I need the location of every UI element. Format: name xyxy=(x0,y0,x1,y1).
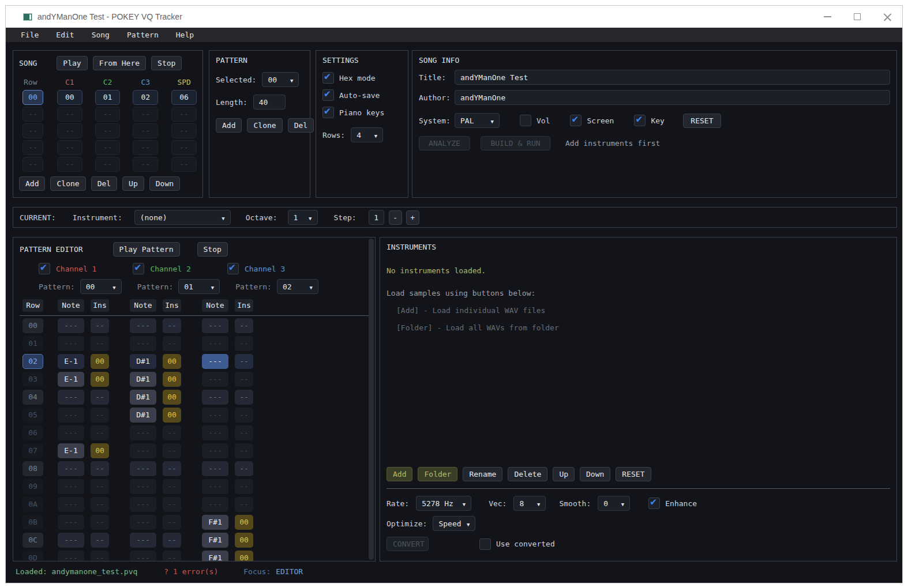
pattern-note-cell[interactable]: E-1 xyxy=(58,443,84,458)
channel3-checkbox[interactable] xyxy=(227,263,239,274)
song-order-cell[interactable]: 02 xyxy=(133,90,158,105)
pattern-ins-cell[interactable]: -- xyxy=(235,318,253,333)
use-converted-checkbox[interactable] xyxy=(479,538,491,550)
song-row-number[interactable]: -- xyxy=(22,123,43,138)
pattern-ins-cell[interactable]: -- xyxy=(235,408,253,423)
pattern-ins-cell[interactable]: 00 xyxy=(163,408,181,423)
optimize-dropdown[interactable]: Speed xyxy=(433,516,475,531)
song-order-cell[interactable]: -- xyxy=(95,123,121,138)
screen-checkbox[interactable] xyxy=(570,115,581,126)
pattern-note-cell[interactable]: --- xyxy=(202,425,228,440)
pattern-note-cell[interactable]: --- xyxy=(202,408,228,423)
pattern2-dropdown[interactable]: 01 xyxy=(178,279,220,294)
song-order-cell[interactable]: 06 xyxy=(171,90,197,105)
pattern-ins-cell[interactable]: -- xyxy=(235,354,253,369)
title-input[interactable]: andYManOne Test xyxy=(455,70,890,85)
key-checkbox[interactable] xyxy=(634,115,646,126)
pattern-ins-cell[interactable]: -- xyxy=(163,551,181,561)
pattern-note-cell[interactable]: --- xyxy=(58,408,84,423)
pattern-ins-cell[interactable]: -- xyxy=(235,497,253,512)
song-order-cell[interactable]: -- xyxy=(57,107,82,122)
system-dropdown[interactable]: PAL xyxy=(455,113,500,128)
pattern-row-number[interactable]: 0B xyxy=(22,515,43,530)
pattern-note-cell[interactable]: E-1 xyxy=(58,372,84,387)
song-stop-button[interactable]: Stop xyxy=(151,56,182,70)
author-input[interactable]: andYManOne xyxy=(455,90,890,105)
build-run-button[interactable]: BUILD & RUN xyxy=(481,136,550,150)
pattern-ins-cell[interactable]: -- xyxy=(91,497,109,512)
pattern-note-cell[interactable]: D#1 xyxy=(130,408,156,423)
hex-mode-checkbox[interactable] xyxy=(322,72,334,84)
pattern-note-cell[interactable]: --- xyxy=(130,533,156,548)
song-order-cell[interactable]: -- xyxy=(95,107,121,122)
pattern-ins-cell[interactable]: -- xyxy=(163,461,181,476)
instrument-rename-button[interactable]: Rename xyxy=(463,467,502,481)
pattern-ins-cell[interactable]: -- xyxy=(91,533,109,548)
pattern-ins-cell[interactable]: -- xyxy=(91,461,109,476)
instrument-dropdown[interactable]: (none) xyxy=(134,210,231,225)
step-plus-button[interactable]: + xyxy=(406,210,419,225)
menu-pattern[interactable]: Pattern xyxy=(127,31,159,39)
step-input[interactable]: 1 xyxy=(369,210,384,225)
song-order-cell[interactable]: -- xyxy=(57,140,82,155)
rows-dropdown[interactable]: 4 xyxy=(351,127,383,142)
pattern-row-number[interactable]: 04 xyxy=(22,390,43,405)
pattern-row-number[interactable]: 0C xyxy=(22,533,43,548)
pattern-clone-button[interactable]: Clone xyxy=(247,118,282,133)
vec-dropdown[interactable]: 8 xyxy=(513,496,546,511)
convert-button[interactable]: CONVERT xyxy=(387,537,429,551)
pattern-note-cell[interactable]: --- xyxy=(58,425,84,440)
pattern-note-cell[interactable]: --- xyxy=(130,336,156,351)
pattern-note-cell[interactable]: --- xyxy=(58,551,84,561)
pattern-row-number[interactable]: 08 xyxy=(22,461,43,476)
rate-dropdown[interactable]: 5278 Hz xyxy=(416,496,471,511)
pattern-note-cell[interactable]: --- xyxy=(202,461,228,476)
song-clone-button[interactable]: Clone xyxy=(50,176,85,191)
pattern-ins-cell[interactable]: 00 xyxy=(235,551,253,561)
pattern-ins-cell[interactable]: -- xyxy=(235,336,253,351)
pattern-row-number[interactable]: 00 xyxy=(22,318,43,333)
pattern-note-cell[interactable]: --- xyxy=(130,515,156,530)
vol-checkbox[interactable] xyxy=(520,115,531,126)
pattern-note-cell[interactable]: --- xyxy=(58,515,84,530)
pattern-ins-cell[interactable]: -- xyxy=(91,408,109,423)
song-order-cell[interactable]: -- xyxy=(57,157,82,172)
pattern-note-cell[interactable]: D#1 xyxy=(130,354,156,369)
pattern-row-number[interactable]: 01 xyxy=(22,336,43,351)
reset-button[interactable]: RESET xyxy=(683,114,721,128)
pattern-length-input[interactable]: 40 xyxy=(253,95,286,110)
pattern-note-cell[interactable]: --- xyxy=(58,336,84,351)
song-row-number[interactable]: -- xyxy=(22,140,43,155)
pattern-note-cell[interactable]: --- xyxy=(202,497,228,512)
menu-file[interactable]: File xyxy=(21,31,39,39)
pattern-ins-cell[interactable]: -- xyxy=(163,533,181,548)
song-row-number[interactable]: -- xyxy=(22,107,43,122)
pattern-note-cell[interactable]: --- xyxy=(202,354,228,369)
pattern-ins-cell[interactable]: -- xyxy=(91,390,109,405)
pattern-ins-cell[interactable]: 00 xyxy=(235,515,253,530)
octave-dropdown[interactable]: 1 xyxy=(288,210,318,225)
pattern-stop-button[interactable]: Stop xyxy=(197,242,228,257)
song-down-button[interactable]: Down xyxy=(149,176,180,191)
pattern-ins-cell[interactable]: 00 xyxy=(91,372,109,387)
pattern-note-cell[interactable]: --- xyxy=(58,390,84,405)
pattern1-dropdown[interactable]: 00 xyxy=(80,279,122,294)
pattern-note-cell[interactable]: D#1 xyxy=(130,372,156,387)
minimize-button[interactable] xyxy=(812,6,842,28)
pattern-ins-cell[interactable]: 00 xyxy=(91,443,109,458)
pattern-note-cell[interactable]: F#1 xyxy=(202,533,228,548)
pattern-ins-cell[interactable]: -- xyxy=(91,318,109,333)
pattern-note-cell[interactable]: F#1 xyxy=(202,551,228,561)
pattern-note-cell[interactable]: --- xyxy=(202,443,228,458)
song-add-button[interactable]: Add xyxy=(19,176,45,191)
song-order-cell[interactable]: -- xyxy=(95,157,121,172)
menu-help[interactable]: Help xyxy=(176,31,194,39)
pattern-ins-cell[interactable]: -- xyxy=(235,390,253,405)
piano-keys-checkbox[interactable] xyxy=(322,107,334,118)
song-order-cell[interactable]: -- xyxy=(171,107,197,122)
maximize-button[interactable] xyxy=(842,6,872,28)
pattern-note-cell[interactable]: --- xyxy=(130,461,156,476)
close-button[interactable] xyxy=(872,6,902,28)
pattern-note-cell[interactable]: --- xyxy=(130,425,156,440)
pattern-note-cell[interactable]: F#1 xyxy=(202,515,228,530)
